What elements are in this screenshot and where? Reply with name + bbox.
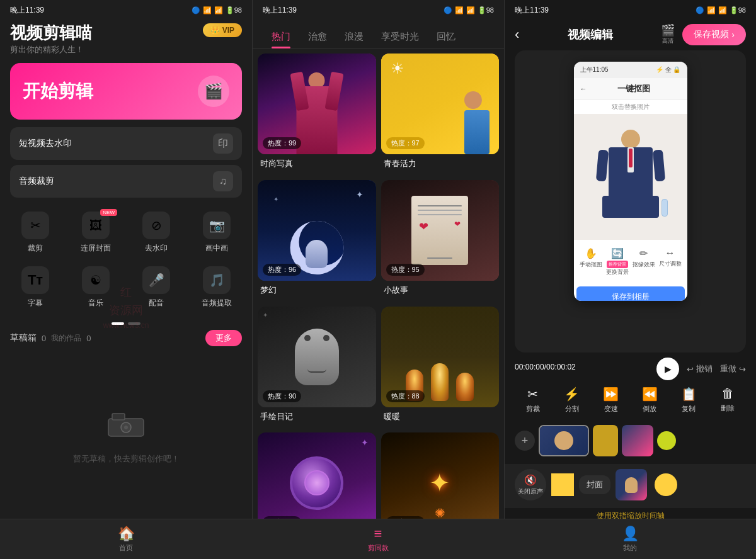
replace-icon: 🔄 [611, 247, 624, 259]
mute-button[interactable]: 🔇 关闭原声 [515, 469, 546, 500]
audio-trim-label: 音频裁剪 [19, 176, 54, 187]
crop-label: 裁剪 [28, 243, 43, 254]
tool-cover[interactable]: 🖼 NEW 连屏封面 [66, 205, 126, 260]
phone-screen-title: 一键抠图 [591, 83, 677, 94]
template-card-warm[interactable]: 热度：88 暖暖 [381, 307, 500, 428]
tool-subtitle[interactable]: Tт 字幕 [5, 260, 66, 315]
phone-content [574, 114, 687, 240]
preview-phone-wrapper: 上午11:05 ⚡ 全 🔒 ← 一键抠图 双击替换照片 [515, 50, 746, 353]
home-header: 视频剪辑喵 剪出你的精彩人生！ 👑 VIP [0, 18, 252, 63]
subtitle-icon: Tт [21, 266, 49, 294]
tool-delete[interactable]: 🗑 删除 [709, 384, 746, 416]
home-status-icons: 🔵 📶 📶 🔋98 [192, 6, 242, 14]
my-works-count: 0 [86, 334, 91, 343]
template-nav-clips[interactable]: ≡ 剪同款 [252, 526, 504, 553]
action-hand-draw[interactable]: ✋ 手动抠图 [579, 245, 603, 279]
pip-label: 画中画 [205, 243, 228, 254]
tool-music[interactable]: ☯ 音乐 [66, 260, 126, 315]
tool-pip[interactable]: 📷 画中画 [186, 205, 247, 260]
cover-icon: 封面 [587, 479, 603, 490]
clip-dot [657, 431, 676, 450]
action-erase-edge[interactable]: ✏ 抠缘效果 [632, 245, 656, 279]
template-card-youth[interactable]: ☀ 热度：97 青春活力 [381, 54, 500, 175]
phone-battery: ⚡ 全 🔒 [656, 65, 681, 74]
tool-voice[interactable]: 🎤 配音 [126, 260, 186, 315]
editor-back-button[interactable]: ‹ [515, 26, 519, 43]
page-dots [0, 320, 252, 330]
subtitle-label: 字幕 [28, 298, 43, 308]
chevron-right-icon: › [731, 30, 735, 40]
phone-back-icon[interactable]: ← [580, 85, 587, 93]
cover-button[interactable]: 封面 [579, 475, 610, 494]
empty-icon [106, 409, 146, 446]
tool-audio-extract[interactable]: 🎵 音频提取 [186, 260, 247, 315]
home-status-bar: 晚上11:39 🔵 📶 📶 🔋98 [0, 0, 252, 18]
editor-title: 视频编辑 [568, 27, 613, 42]
mute-icon: 🔇 [524, 474, 537, 486]
dot-2 [128, 322, 140, 325]
tool-cut[interactable]: ✂ 剪裁 [515, 384, 551, 416]
phone-subtitle: 双击替换照片 [574, 100, 687, 114]
watermark-icon: 印 [213, 133, 233, 154]
save-video-button[interactable]: 保存视频 › [682, 24, 746, 45]
home-subtitle: 剪出你的精彩人生！ [10, 44, 242, 55]
vip-badge[interactable]: 👑 VIP [203, 23, 242, 37]
heat-badge-warm: 热度：88 [386, 390, 425, 402]
add-clip-button[interactable]: + [515, 431, 535, 451]
clip-yellow[interactable] [593, 425, 618, 456]
new-badge: NEW [100, 209, 117, 216]
drafts-count: 0 [42, 334, 46, 343]
dot-1 [112, 322, 124, 325]
tool-crop[interactable]: ✂ 裁剪 [5, 205, 66, 260]
action-size-adjust[interactable]: ↔ 尺寸调整 [658, 245, 682, 279]
template-status-bar: 晚上11:39 🔵 📶 📶 🔋98 [253, 0, 504, 18]
timeline-tools: ✂ 剪裁 ⚡ 分割 ⏩ 变速 ⏪ 倒放 📋 复制 🗑 删除 [515, 384, 746, 416]
tool-reverse[interactable]: ⏪ 倒放 [631, 384, 668, 416]
delete-icon: 🗑 [721, 387, 734, 401]
phone-save-button[interactable]: 保存到相册 [576, 286, 685, 301]
tab-romance[interactable]: 浪漫 [336, 26, 372, 48]
yellow-dot-2 [655, 473, 677, 496]
template-card-dream[interactable]: ✦ ✦ 热度：96 梦幻 [258, 180, 376, 302]
tool-split[interactable]: ⚡ 分割 [554, 384, 590, 416]
start-edit-button[interactable]: 开始剪辑 🎬 [10, 63, 242, 120]
tab-memory[interactable]: 回忆 [428, 26, 464, 48]
tool-remove-wm[interactable]: ⊘ 去水印 [126, 205, 186, 260]
remove-wm-icon: ⊘ [142, 212, 170, 239]
empty-text: 暂无草稿，快去剪辑创作吧！ [73, 453, 180, 465]
action-replace-bg[interactable]: 🔄 推荐背景 更换背景 [605, 245, 629, 279]
reverse-icon: ⏪ [642, 387, 658, 402]
tool-speed[interactable]: ⏩ 变速 [593, 384, 629, 416]
voice-label: 配音 [149, 298, 164, 308]
watermark-remove-button[interactable]: 短视频去水印 印 [10, 127, 242, 160]
recommend-badge: 推荐背景 [607, 261, 628, 268]
template-card-story[interactable]: ❤ ❤ 热度：95 小故事 [381, 180, 500, 302]
tab-hot[interactable]: 热门 [263, 26, 299, 48]
tab-heal[interactable]: 治愈 [299, 26, 336, 48]
audio-trim-button[interactable]: 音频裁剪 ♫ [10, 165, 242, 198]
hd-text: 高清 [662, 37, 673, 45]
clip-photo[interactable] [622, 425, 653, 456]
speed-label: 变速 [604, 404, 618, 414]
panel-home: 晚上11:39 🔵 📶 📶 🔋98 视频剪辑喵 剪出你的精彩人生！ 👑 VIP … [0, 0, 252, 559]
start-edit-label: 开始剪辑 [23, 79, 93, 103]
undo-button[interactable]: ↩ 撤销 [687, 363, 713, 375]
music-icon: ♫ [213, 171, 233, 191]
editor-status-bar: 晚上11:39 🔵 📶 📶 🔋98 [505, 0, 756, 18]
template-card-fashion[interactable]: 热度：99 时尚写真 [258, 54, 376, 175]
template-name-fashion: 时尚写真 [258, 154, 376, 171]
vip-crown-icon: 👑 [210, 26, 220, 35]
tool-duplicate[interactable]: 📋 复制 [670, 384, 707, 416]
editor-toolbar: ‹ 视频编辑 🎬 高清 保存视频 › [505, 18, 756, 50]
pip-icon: 📷 [203, 212, 231, 239]
redo-button[interactable]: 重做 ↪ [720, 363, 746, 375]
play-button[interactable]: ▶ [656, 358, 679, 380]
tab-enjoy[interactable]: 享受时光 [372, 26, 428, 48]
heat-badge-sketch: 热度：90 [263, 390, 301, 402]
more-button[interactable]: 更多 [205, 330, 242, 346]
template-card-sketch[interactable]: ✦ 热度：90 手绘日记 [258, 307, 376, 428]
panel-editor: 晚上11:39 🔵 📶 📶 🔋98 ‹ 视频编辑 🎬 高清 保存视频 › [504, 0, 756, 559]
template-status-icons: 🔵 📶 📶 🔋98 [444, 6, 494, 14]
clip-main[interactable] [539, 425, 589, 456]
heat-badge-dream: 热度：96 [263, 264, 301, 276]
